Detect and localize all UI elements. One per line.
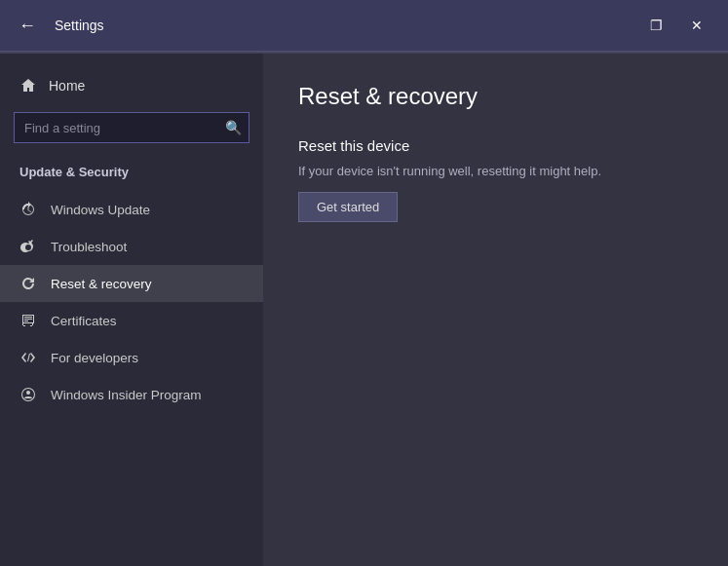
- get-started-button[interactable]: Get started: [298, 192, 398, 222]
- back-button[interactable]: ←: [12, 10, 43, 41]
- sidebar-item-label: Certificates: [51, 314, 117, 328]
- title-bar: ← Settings ❐ ✕: [0, 0, 728, 51]
- troubleshoot-icon: [19, 238, 37, 255]
- sidebar-item-label: For developers: [51, 351, 138, 365]
- restore-button[interactable]: ❐: [636, 10, 675, 41]
- sidebar: Home 🔍 Update & Security Windows Update: [0, 54, 263, 566]
- sidebar-item-label: Reset & recovery: [51, 277, 152, 291]
- certificates-icon: [19, 312, 37, 329]
- sidebar-item-reset-recovery[interactable]: Reset & recovery: [0, 265, 263, 302]
- sidebar-item-for-developers[interactable]: For developers: [0, 339, 263, 376]
- sidebar-category: Update & Security: [0, 159, 263, 191]
- close-button[interactable]: ✕: [677, 10, 716, 41]
- home-label: Home: [49, 78, 85, 94]
- window-controls: ❐ ✕: [636, 10, 716, 41]
- sidebar-item-troubleshoot[interactable]: Troubleshoot: [0, 228, 263, 265]
- home-icon: [19, 77, 37, 94]
- sidebar-item-windows-insider[interactable]: Windows Insider Program: [0, 376, 263, 413]
- content-area: Reset & recovery Reset this device If yo…: [263, 54, 728, 566]
- search-icon: 🔍: [225, 120, 242, 135]
- main-layout: Home 🔍 Update & Security Windows Update: [0, 54, 728, 566]
- windows-update-icon: [19, 201, 37, 218]
- reset-section: Reset this device If your device isn't r…: [298, 137, 693, 222]
- section-title: Reset this device: [298, 137, 693, 154]
- sidebar-item-certificates[interactable]: Certificates: [0, 302, 263, 339]
- sidebar-item-label: Windows Insider Program: [51, 388, 202, 402]
- section-description: If your device isn't running well, reset…: [298, 164, 693, 178]
- windows-insider-icon: [19, 386, 37, 403]
- developers-icon: [19, 349, 37, 366]
- sidebar-item-windows-update[interactable]: Windows Update: [0, 191, 263, 228]
- search-box: 🔍: [14, 112, 249, 143]
- app-title: Settings: [55, 18, 625, 33]
- page-title: Reset & recovery: [298, 83, 693, 110]
- sidebar-item-label: Troubleshoot: [51, 240, 127, 254]
- search-input[interactable]: [14, 112, 249, 143]
- sidebar-item-home[interactable]: Home: [0, 69, 263, 102]
- reset-recovery-icon: [19, 275, 37, 292]
- sidebar-item-label: Windows Update: [51, 203, 150, 217]
